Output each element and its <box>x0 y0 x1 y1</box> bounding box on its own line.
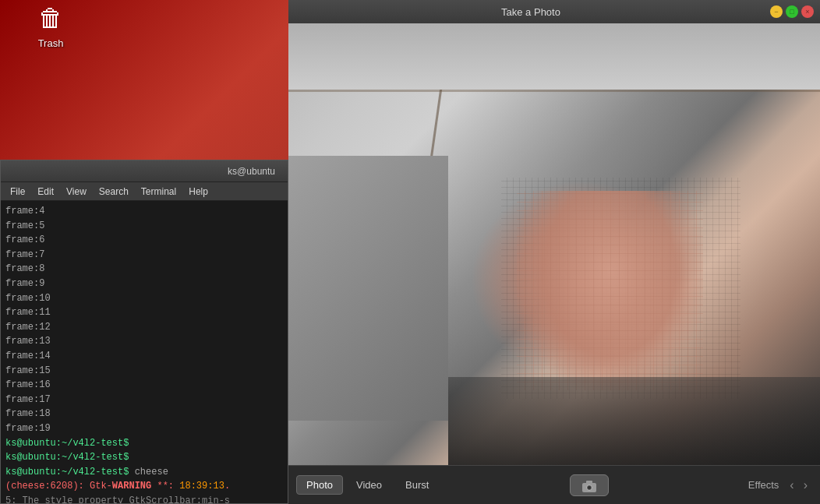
prev-arrow-button[interactable]: ‹ <box>785 475 798 495</box>
effects-button[interactable]: Effects <box>742 476 786 494</box>
term-line: frame:16 <box>5 378 283 393</box>
menu-terminal[interactable]: Terminal <box>135 185 182 199</box>
next-arrow-button[interactable]: › <box>799 475 812 495</box>
term-line: frame:9 <box>5 277 283 291</box>
terminal-title: ks@ubuntu <box>7 166 275 177</box>
trash-icon[interactable]: 🗑 Trash <box>23 4 78 50</box>
term-line: frame:13 <box>5 334 283 349</box>
term-line: 5: The style property GtkScrollbar:min-s <box>5 494 283 503</box>
term-command: ks@ubuntu:~/v4l2-test$ cheese <box>5 465 283 480</box>
term-prompt: ks@ubuntu:~/v4l2-test$ <box>5 436 283 451</box>
close-button[interactable]: × <box>801 5 814 18</box>
menu-help[interactable]: Help <box>182 185 214 199</box>
term-line: frame:10 <box>5 291 283 306</box>
term-line: frame:5 <box>5 219 283 234</box>
ceiling-edge <box>288 90 820 92</box>
terminal-titlebar: ks@ubuntu <box>1 160 288 182</box>
maximize-button[interactable]: □ <box>786 5 798 18</box>
term-line: frame:12 <box>5 320 283 335</box>
terminal-menubar: File Edit View Search Terminal Help <box>1 182 288 201</box>
term-prompt: ks@ubuntu:~/v4l2-test$ <box>5 450 283 465</box>
svg-rect-1 <box>586 481 592 484</box>
term-line: frame:6 <box>5 233 283 248</box>
left-wall <box>288 156 448 421</box>
camera-feed <box>288 23 820 465</box>
term-line: frame:7 <box>5 248 283 263</box>
menu-search[interactable]: Search <box>93 185 135 199</box>
video-mode-button[interactable]: Video <box>346 475 392 495</box>
minimize-button[interactable]: − <box>770 5 783 18</box>
svg-point-3 <box>588 486 591 489</box>
trash-can-icon: 🗑 <box>23 4 78 33</box>
term-line: frame:14 <box>5 349 283 364</box>
desktop: 🗑 Trash ks@ubuntu File Edit View Search … <box>0 0 288 504</box>
burst-mode-button[interactable]: Burst <box>395 475 439 495</box>
terminal-window: ks@ubuntu File Edit View Search Terminal… <box>0 160 288 504</box>
menu-file[interactable]: File <box>4 185 31 199</box>
cheese-toolbar: Photo Video Burst Effects ‹ › <box>288 465 820 504</box>
cheese-title: Take a Photo <box>295 6 767 18</box>
term-line: frame:17 <box>5 393 283 407</box>
clothing-area <box>448 377 820 465</box>
term-line: frame:11 <box>5 305 283 320</box>
terminal-body[interactable]: frame:4 frame:5 frame:6 frame:7 frame:8 … <box>1 201 288 503</box>
term-warning: (cheese:6208): Gtk-WARNING **: 18:39:13. <box>5 479 283 494</box>
capture-icon-svg <box>581 480 597 492</box>
menu-edit[interactable]: Edit <box>31 185 60 199</box>
term-line: frame:4 <box>5 204 283 219</box>
capture-button[interactable] <box>570 474 609 496</box>
trash-label: Trash <box>38 37 64 49</box>
face-pixels <box>517 191 703 389</box>
camera-viewport <box>288 23 820 465</box>
ceiling-panel <box>288 23 820 90</box>
term-line: frame:15 <box>5 364 283 379</box>
term-line: frame:19 <box>5 421 283 436</box>
menu-view[interactable]: View <box>60 185 93 199</box>
photo-mode-button[interactable]: Photo <box>296 475 343 495</box>
cheese-titlebar: Take a Photo − □ × <box>288 0 820 23</box>
cheese-window: Take a Photo − □ × Photo Video <box>288 0 820 504</box>
camera-icon <box>581 480 597 491</box>
term-line: frame:18 <box>5 407 283 421</box>
term-line: frame:8 <box>5 262 283 277</box>
